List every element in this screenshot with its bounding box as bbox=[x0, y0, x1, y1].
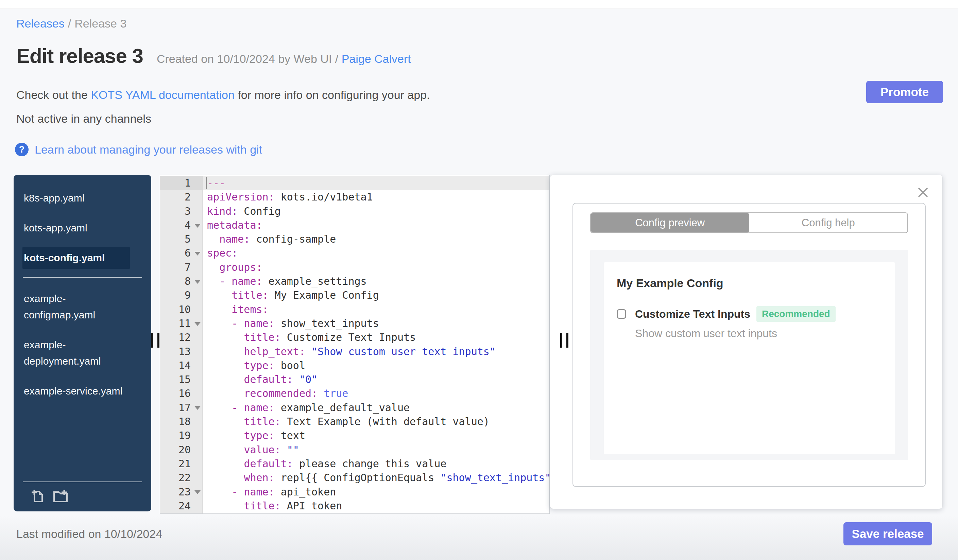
line-number-4: 4 bbox=[160, 218, 203, 232]
breadcrumb-current: Release 3 bbox=[75, 17, 127, 30]
line-number-22: 22 bbox=[160, 471, 203, 484]
code-line-18[interactable]: 18 title: Text Example (with default val… bbox=[160, 414, 549, 429]
file-item-k8s-app.yaml[interactable]: k8s-app.yaml bbox=[22, 187, 130, 209]
tab-config-help[interactable]: Config help bbox=[749, 213, 908, 233]
code-line-2[interactable]: 2apiVersion: kots.io/v1beta1 bbox=[160, 190, 549, 204]
config-item-row: Customize Text Inputs Recommended bbox=[617, 306, 882, 322]
page: { "header": { "breadcrumb": { "releases"… bbox=[0, 0, 958, 560]
file-item-example-service.yaml[interactable]: example-service.yaml bbox=[22, 380, 130, 402]
code-content: items: bbox=[203, 302, 549, 316]
fold-arrow-icon[interactable] bbox=[195, 490, 201, 494]
code-content: when: repl{{ ConfigOptionEquals "show_te… bbox=[203, 471, 549, 484]
line-number-19: 19 bbox=[160, 429, 203, 443]
file-sidebar: k8s-app.yamlkots-app.yamlkots-config.yam… bbox=[14, 175, 151, 511]
file-list-top: k8s-app.yamlkots-app.yamlkots-config.yam… bbox=[14, 187, 151, 269]
kots-docs-link[interactable]: KOTS YAML documentation bbox=[91, 89, 235, 101]
code-line-12[interactable]: 12 title: Customize Text Inputs bbox=[160, 330, 549, 344]
file-item-example-deployment.yaml[interactable]: example-deployment.yaml bbox=[22, 334, 130, 372]
line-number-25: 25 bbox=[160, 513, 203, 514]
customize-text-inputs-checkbox[interactable] bbox=[617, 309, 626, 319]
fold-arrow-icon[interactable] bbox=[195, 252, 201, 256]
breadcrumb-separator: / bbox=[68, 17, 71, 30]
file-item-example-configmap.yaml[interactable]: example-configmap.yaml bbox=[22, 288, 130, 326]
code-line-6[interactable]: 6spec: bbox=[160, 246, 549, 260]
tab-config-preview[interactable]: Config preview bbox=[591, 213, 749, 233]
new-folder-icon[interactable] bbox=[51, 487, 70, 504]
code-line-14[interactable]: 14 type: bool bbox=[160, 359, 549, 372]
code-content: type: text bbox=[203, 429, 549, 443]
config-item-help: Show custom user text inputs bbox=[635, 327, 882, 340]
author-link[interactable]: Paige Calvert bbox=[342, 52, 411, 65]
title-row: Edit release 3 Created on 10/10/2024 by … bbox=[16, 44, 411, 68]
line-number-23: 23 bbox=[160, 485, 203, 499]
code-line-20[interactable]: 20 value: "" bbox=[160, 443, 549, 457]
line-number-14: 14 bbox=[160, 359, 203, 372]
code-line-25[interactable]: 25 type: password bbox=[160, 513, 549, 514]
created-meta: Created on 10/10/2024 by Web UI / Paige … bbox=[157, 52, 411, 66]
code-line-22[interactable]: 22 when: repl{{ ConfigOptionEquals "show… bbox=[160, 471, 549, 484]
line-number-8: 8 bbox=[160, 274, 203, 288]
fold-arrow-icon[interactable] bbox=[195, 322, 201, 326]
promote-button[interactable]: Promote bbox=[866, 81, 943, 103]
code-content: apiVersion: kots.io/v1beta1 bbox=[203, 190, 549, 204]
sidebar-resize-handle[interactable] bbox=[151, 333, 159, 348]
code-content: - name: example_default_value bbox=[203, 401, 549, 414]
code-line-10[interactable]: 10 items: bbox=[160, 302, 549, 316]
code-content: - name: api_token bbox=[203, 485, 549, 499]
docs-post: for more info on configuring your app. bbox=[235, 89, 430, 101]
code-content: title: My Example Config bbox=[203, 288, 549, 302]
fold-arrow-icon[interactable] bbox=[195, 280, 201, 284]
file-item-kots-config.yaml[interactable]: kots-config.yaml bbox=[22, 247, 130, 269]
fold-arrow-icon[interactable] bbox=[195, 224, 201, 228]
panel-resize-handle[interactable] bbox=[560, 333, 568, 348]
code-content: name: config-sample bbox=[203, 232, 549, 246]
code-line-3[interactable]: 3kind: Config bbox=[160, 204, 549, 218]
code-line-1[interactable]: 1--- bbox=[160, 176, 549, 190]
code-content: --- bbox=[203, 176, 549, 190]
sidebar-bottom-divider bbox=[23, 481, 142, 482]
line-number-7: 7 bbox=[160, 260, 203, 274]
code-content: help_text: "Show custom user text inputs… bbox=[203, 345, 549, 359]
fold-arrow-icon[interactable] bbox=[195, 406, 201, 410]
top-band bbox=[0, 0, 958, 9]
code-content: default: please change this value bbox=[203, 457, 549, 471]
code-line-8[interactable]: 8 - name: example_settings bbox=[160, 274, 549, 288]
created-text: Created on 10/10/2024 by Web UI / bbox=[157, 52, 342, 65]
line-number-21: 21 bbox=[160, 457, 203, 471]
code-line-24[interactable]: 24 title: API token bbox=[160, 499, 549, 513]
preview-inner: Config preview Config help My Example Co… bbox=[573, 203, 926, 487]
code-content: type: bool bbox=[203, 359, 549, 372]
git-line: ? Learn about managing your releases wit… bbox=[15, 143, 262, 156]
breadcrumb-releases-link[interactable]: Releases bbox=[16, 17, 65, 30]
code-content: recommended: true bbox=[203, 386, 549, 400]
new-file-icon[interactable] bbox=[29, 487, 45, 504]
line-number-3: 3 bbox=[160, 204, 203, 218]
code-content: kind: Config bbox=[203, 204, 549, 218]
code-line-11[interactable]: 11 - name: show_text_inputs bbox=[160, 316, 549, 330]
config-preview-panel: Config preview Config help My Example Co… bbox=[550, 175, 943, 509]
config-card: My Example Config Customize Text Inputs … bbox=[604, 262, 895, 454]
code-line-4[interactable]: 4metadata: bbox=[160, 218, 549, 232]
code-line-7[interactable]: 7 groups: bbox=[160, 260, 549, 274]
file-item-kots-app.yaml[interactable]: kots-app.yaml bbox=[22, 217, 130, 239]
code-line-5[interactable]: 5 name: config-sample bbox=[160, 232, 549, 246]
help-question-icon[interactable]: ? bbox=[15, 143, 29, 156]
code-lines: 1---2apiVersion: kots.io/v1beta13kind: C… bbox=[160, 176, 549, 514]
channel-status: Not active in any channels bbox=[16, 112, 151, 125]
config-render-area: My Example Config Customize Text Inputs … bbox=[590, 250, 908, 460]
line-number-5: 5 bbox=[160, 232, 203, 246]
close-icon[interactable] bbox=[917, 186, 929, 199]
save-release-button[interactable]: Save release bbox=[844, 522, 932, 546]
yaml-editor[interactable]: 1---2apiVersion: kots.io/v1beta13kind: C… bbox=[160, 175, 550, 514]
code-line-19[interactable]: 19 type: text bbox=[160, 429, 549, 443]
sidebar-bottom bbox=[23, 481, 142, 504]
code-line-23[interactable]: 23 - name: api_token bbox=[160, 485, 549, 499]
code-line-21[interactable]: 21 default: please change this value bbox=[160, 457, 549, 471]
git-releases-link[interactable]: Learn about managing your releases with … bbox=[35, 143, 262, 156]
code-line-9[interactable]: 9 title: My Example Config bbox=[160, 288, 549, 302]
code-line-16[interactable]: 16 recommended: true bbox=[160, 386, 549, 400]
code-line-15[interactable]: 15 default: "0" bbox=[160, 372, 549, 386]
code-line-13[interactable]: 13 help_text: "Show custom user text inp… bbox=[160, 345, 549, 359]
code-line-17[interactable]: 17 - name: example_default_value bbox=[160, 401, 549, 414]
line-number-16: 16 bbox=[160, 386, 203, 400]
